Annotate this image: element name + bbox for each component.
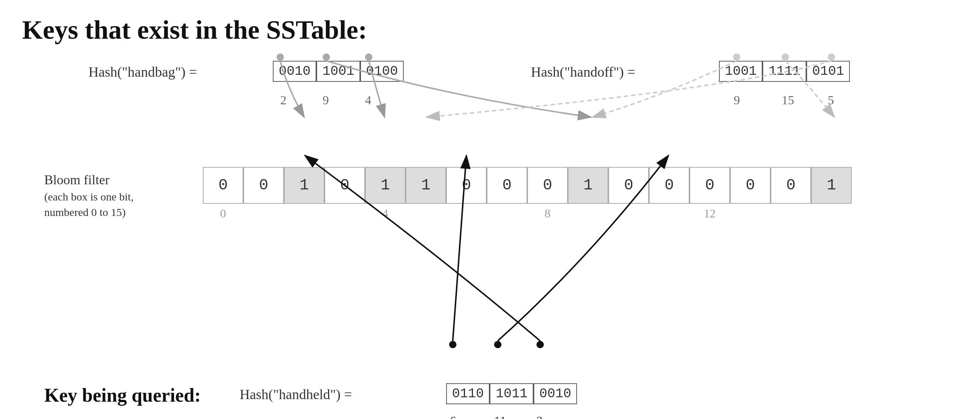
bloom-idx-12: 12	[689, 207, 730, 221]
bloom-indexes: 0 4 8 12	[203, 207, 852, 221]
handoff-idx-2: 5	[828, 93, 834, 107]
bloom-idx-3	[325, 207, 365, 221]
bloom-idx-13	[730, 207, 771, 221]
dot-handbag-9	[323, 54, 330, 61]
handoff-hash-boxes: 1001 1111 0101	[719, 61, 850, 82]
handheld-idx-2: 2	[536, 414, 543, 419]
bloom-cell-13: 0	[730, 167, 771, 204]
bloom-cell-4: 1	[365, 167, 406, 204]
bloom-idx-15	[811, 207, 852, 221]
bloom-idx-5	[406, 207, 446, 221]
dot-handoff-5	[828, 54, 835, 61]
bloom-idx-10	[608, 207, 649, 221]
dot-handbag-4	[365, 54, 372, 61]
bloom-idx-0: 0	[203, 207, 243, 221]
bloom-label: Bloom filter (each box is one bit, numbe…	[44, 171, 134, 220]
bloom-cell-9: 1	[568, 167, 608, 204]
diagram: Hash("handbag") = 0010 1001 0100 Hash("h…	[22, 64, 958, 414]
bloom-cell-12: 0	[689, 167, 730, 204]
bloom-cell-7: 0	[487, 167, 527, 204]
handbag-hash-boxes: 0010 1001 0100	[273, 61, 404, 82]
bloom-idx-6	[446, 207, 487, 221]
bloom-idx-8: 8	[527, 207, 568, 221]
handbag-hash-label: Hash("handbag") =	[89, 64, 197, 80]
handoff-bit-0: 1001	[719, 61, 762, 82]
bloom-idx-4: 4	[365, 207, 406, 221]
bloom-cell-2: 1	[284, 167, 325, 204]
handheld-bit-2: 0010	[533, 383, 577, 404]
bloom-idx-14	[771, 207, 811, 221]
bloom-cell-10: 0	[608, 167, 649, 204]
dot-handbag-2	[277, 54, 284, 61]
bloom-idx-7	[487, 207, 527, 221]
bloom-cell-14: 0	[771, 167, 811, 204]
handoff-idx-0: 9	[734, 93, 740, 107]
bloom-cell-8: 0	[527, 167, 568, 204]
handheld-idx-1: 11	[494, 414, 506, 419]
handbag-bit-2: 0100	[360, 61, 404, 82]
handoff-idx-1: 15	[782, 93, 794, 107]
handoff-hash-label: Hash("handoff") =	[531, 64, 635, 80]
bloom-cell-11: 0	[649, 167, 689, 204]
bloom-idx-11	[649, 207, 689, 221]
bloom-cell-5: 1	[406, 167, 446, 204]
bloom-cell-0: 0	[203, 167, 243, 204]
bloom-cell-15: 1	[811, 167, 852, 204]
handheld-hash-boxes: 0110 1011 0010	[446, 383, 577, 404]
page: Keys that exist in the SSTable: Hash("ha…	[0, 0, 980, 419]
handbag-idx-1: 9	[323, 93, 329, 107]
handheld-hash-label: Hash("handheld") =	[240, 386, 352, 402]
dot-handoff-15	[782, 54, 789, 61]
bloom-cell-3: 0	[325, 167, 365, 204]
handbag-idx-2: 4	[365, 93, 371, 107]
handbag-bit-0: 0010	[273, 61, 317, 82]
handoff-bit-2: 0101	[807, 61, 850, 82]
bloom-row: 0 0 1 0 1 1 0 0 0 1 0 0 0 0 0 1	[203, 167, 852, 204]
bloom-cell-1: 0	[243, 167, 284, 204]
handbag-idx-0: 2	[280, 93, 286, 107]
page-title: Keys that exist in the SSTable:	[22, 15, 958, 45]
dot-handoff-9	[733, 54, 740, 61]
bloom-cell-6: 0	[446, 167, 487, 204]
handoff-bit-1: 1111	[762, 61, 806, 82]
bloom-idx-9	[568, 207, 608, 221]
bloom-idx-2	[284, 207, 325, 221]
bloom-idx-1	[243, 207, 284, 221]
handheld-bit-1: 1011	[490, 383, 533, 404]
handheld-bit-0: 0110	[446, 383, 490, 404]
query-label: Key being queried:	[44, 384, 201, 406]
handheld-idx-0: 6	[450, 414, 456, 419]
handbag-bit-1: 1001	[317, 61, 360, 82]
